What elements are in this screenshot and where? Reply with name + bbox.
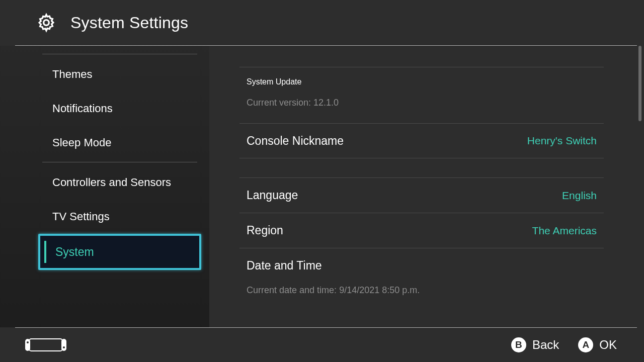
row-value: English: [562, 190, 597, 202]
subtext-prefix: Current date and time:: [247, 285, 337, 296]
system-version-value: 12.1.0: [313, 98, 339, 108]
date-time-subtext: Current date and time: 9/14/2021 8:50 p.…: [239, 283, 604, 296]
footer-hints: B Back A OK: [511, 337, 617, 352]
date-time-value: 9/14/2021 8:50 p.m.: [339, 285, 420, 296]
sidebar-item-tv-settings[interactable]: TV Settings: [42, 200, 197, 234]
main-panel: System Update Current version: 12.1.0 Co…: [209, 46, 644, 327]
page-title: System Settings: [70, 14, 188, 32]
scrollbar[interactable]: [638, 46, 641, 121]
sidebar-item-label: Notifications: [52, 102, 113, 115]
svg-rect-2: [25, 339, 30, 351]
sidebar-item-label: Themes: [52, 68, 92, 81]
svg-point-5: [63, 346, 65, 348]
row-console-nickname[interactable]: Console Nickname Henry's Switch: [239, 123, 604, 158]
sidebar-list: amiibo Themes Notifications Sleep Mode C…: [42, 31, 197, 270]
sidebar-item-amiibo[interactable]: amiibo: [42, 31, 197, 52]
hint-label: Back: [532, 338, 559, 352]
svg-point-4: [27, 341, 29, 343]
svg-rect-1: [29, 339, 62, 351]
a-button-icon: A: [578, 337, 593, 352]
sidebar-item-label: TV Settings: [52, 210, 110, 223]
sidebar-item-sleep-mode[interactable]: Sleep Mode: [42, 126, 197, 160]
row-date-time[interactable]: Date and Time: [239, 248, 604, 283]
controller-icon[interactable]: [24, 336, 67, 354]
b-button-icon: B: [511, 337, 526, 352]
sidebar-item-themes[interactable]: Themes: [42, 57, 197, 92]
sidebar-item-label: Controllers and Sensors: [52, 176, 171, 189]
row-label: Date and Time: [247, 259, 322, 273]
sidebar: amiibo Themes Notifications Sleep Mode C…: [0, 46, 209, 327]
row-language[interactable]: Language English: [239, 177, 604, 213]
sidebar-item-label: Sleep Mode: [52, 136, 111, 149]
hint-ok[interactable]: A OK: [578, 337, 617, 352]
footer: B Back A OK: [0, 328, 644, 362]
subtext-prefix: Current version:: [247, 98, 311, 108]
sidebar-item-notifications[interactable]: Notifications: [42, 92, 197, 126]
sidebar-separator: [42, 54, 197, 54]
sidebar-item-system[interactable]: System: [38, 234, 201, 270]
sidebar-item-label: amiibo: [52, 31, 85, 34]
system-update-subtext: Current version: 12.1.0: [247, 98, 339, 108]
row-label: Console Nickname: [247, 134, 344, 148]
hint-label: OK: [599, 338, 617, 352]
row-label: Language: [247, 189, 298, 202]
svg-rect-3: [61, 339, 66, 351]
row-label: System Update: [247, 77, 597, 86]
row-value: The Americas: [532, 225, 597, 237]
row-value: Henry's Switch: [527, 135, 597, 147]
svg-point-0: [44, 20, 49, 26]
row-system-update[interactable]: System Update Current version: 12.1.0: [239, 67, 604, 123]
hint-back[interactable]: B Back: [511, 337, 559, 352]
sidebar-item-label: System: [55, 245, 94, 259]
row-label: Region: [247, 224, 283, 237]
sidebar-item-controllers-sensors[interactable]: Controllers and Sensors: [42, 165, 197, 200]
sidebar-separator: [42, 162, 197, 162]
selection-accent: [44, 241, 46, 263]
row-region[interactable]: Region The Americas: [239, 213, 604, 248]
content: amiibo Themes Notifications Sleep Mode C…: [0, 46, 644, 327]
group-separator: [239, 158, 604, 177]
